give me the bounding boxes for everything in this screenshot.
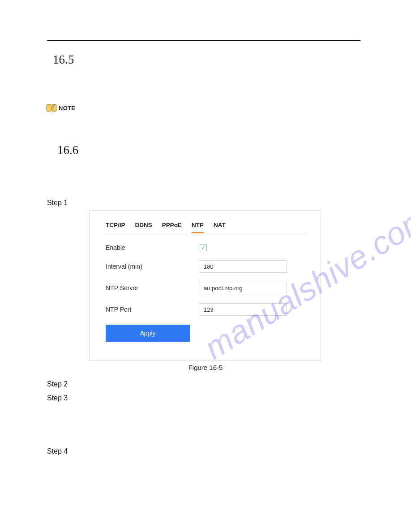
- tab-ntp[interactable]: NTP: [192, 222, 204, 228]
- note-book-icon: [46, 104, 57, 112]
- enable-checkbox[interactable]: ✓: [200, 244, 207, 251]
- section-number-166: 16.6: [57, 143, 78, 157]
- interval-input[interactable]: [200, 260, 287, 273]
- figure-caption: Figure 16-5: [0, 364, 411, 371]
- step-2-label: Step 2: [47, 380, 68, 388]
- step-4-label: Step 4: [47, 447, 68, 455]
- apply-button[interactable]: Apply: [106, 325, 190, 342]
- section-number-165: 16.5: [53, 53, 74, 67]
- tab-tcpip[interactable]: TCP/IP: [106, 222, 125, 228]
- note-callout: NOTE: [46, 104, 75, 112]
- ntp-server-label: NTP Server: [106, 284, 200, 292]
- tab-ddns[interactable]: DDNS: [135, 222, 152, 228]
- step-3-label: Step 3: [47, 394, 68, 402]
- note-label: NOTE: [59, 105, 75, 112]
- tab-pppoe[interactable]: PPPoE: [162, 222, 182, 228]
- horizontal-rule: [47, 40, 360, 41]
- tab-nat[interactable]: NAT: [214, 222, 226, 228]
- ntp-port-label: NTP Port: [106, 306, 200, 313]
- interval-label: Interval (min): [106, 263, 200, 270]
- tab-bar: TCP/IP DDNS PPPoE NTP NAT: [106, 222, 307, 233]
- svg-point-2: [53, 106, 54, 107]
- step-1-label: Step 1: [47, 199, 68, 207]
- checkmark-icon: ✓: [201, 245, 206, 250]
- settings-panel: TCP/IP DDNS PPPoE NTP NAT Enable ✓ Inter…: [89, 210, 321, 360]
- enable-label: Enable: [106, 244, 200, 251]
- ntp-port-input[interactable]: [200, 303, 287, 316]
- ntp-server-input[interactable]: [200, 282, 287, 294]
- apply-button-label: Apply: [140, 330, 155, 337]
